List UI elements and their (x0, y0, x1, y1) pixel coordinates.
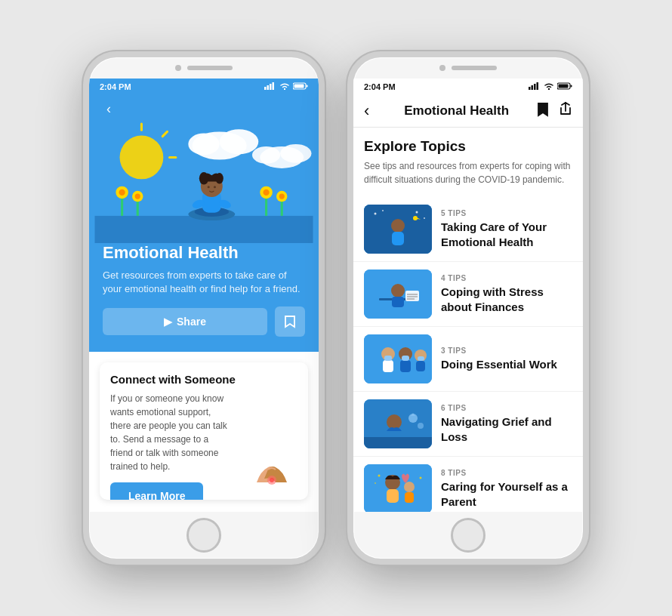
signal-left (264, 82, 276, 91)
phone-screen-right: 2:04 PM ‹ Emotional Heal (353, 79, 583, 512)
share-label: Share (177, 316, 206, 328)
svg-rect-69 (383, 360, 393, 372)
share-icon: ▶ (164, 316, 172, 328)
topic-info-emotional: 5 TIPS Taking Care of Your Emotional Hea… (441, 209, 572, 249)
svg-rect-82 (364, 464, 432, 512)
explore-subtitle: See tips and resources from experts for … (364, 159, 572, 186)
svg-point-56 (382, 210, 384, 211)
scene: 2:04 PM ‹ (0, 0, 672, 616)
camera-left (175, 65, 181, 71)
svg-point-39 (279, 193, 285, 199)
signal-right (529, 82, 541, 91)
svg-point-7 (120, 136, 164, 180)
svg-point-33 (214, 186, 216, 188)
topic-info-grief: 6 TIPS Navigating Grief and Loss (441, 404, 572, 444)
share-icon-right[interactable] (559, 102, 572, 121)
svg-point-55 (375, 213, 377, 215)
topic-tips-emotional: 5 TIPS (441, 209, 572, 217)
nav-icons (536, 102, 572, 121)
svg-point-16 (252, 146, 280, 164)
save-button[interactable] (275, 306, 305, 337)
topic-item-essential[interactable]: 3 TIPS Doing Essential Work (353, 327, 583, 392)
wifi-right (544, 82, 554, 91)
hero-illustration (89, 122, 319, 243)
phone-right: 2:04 PM ‹ Emotional Heal (347, 51, 589, 565)
svg-point-15 (280, 144, 311, 163)
svg-point-79 (387, 414, 402, 430)
hero-nav: ‹ (89, 95, 319, 122)
svg-point-88 (375, 482, 376, 484)
svg-point-81 (418, 423, 424, 429)
svg-point-89 (420, 477, 422, 479)
svg-rect-86 (405, 492, 414, 503)
topic-item-emotional[interactable]: 5 TIPS Taking Care of Your Emotional Hea… (353, 197, 583, 262)
svg-rect-53 (392, 232, 404, 245)
hero-actions: ▶ Share (103, 306, 305, 337)
hero-text: Emotional Health Get resources from expe… (89, 243, 319, 337)
status-icons-left (264, 82, 308, 91)
hero-section: ‹ (89, 95, 319, 352)
svg-rect-3 (273, 82, 275, 90)
svg-rect-5 (307, 85, 308, 88)
nav-bar-right: ‹ Emotional Health (353, 95, 583, 128)
svg-rect-84 (387, 489, 399, 503)
time-right: 2:04 PM (364, 82, 396, 91)
svg-rect-48 (571, 85, 572, 88)
speaker-right (452, 66, 497, 70)
topic-thumb-grief (364, 399, 432, 448)
topic-name-emotional: Taking Care of Your Emotional Health (441, 220, 572, 249)
topic-name-parent: Caring for Yourself as a Parent (441, 479, 572, 509)
connect-card: Connect with Someone If you or someone y… (100, 362, 308, 500)
svg-rect-49 (559, 85, 569, 88)
svg-rect-6 (294, 85, 304, 88)
home-button-left[interactable] (186, 518, 221, 553)
svg-point-23 (135, 193, 140, 199)
learn-more-button[interactable]: Learn More (110, 482, 203, 500)
topic-tips-finance: 4 TIPS (441, 274, 572, 282)
svg-point-52 (391, 219, 405, 233)
topic-name-grief: Navigating Grief and Loss (441, 414, 572, 444)
svg-rect-73 (402, 356, 409, 361)
explore-section-right: Explore Topics See tips and resources fr… (353, 128, 583, 197)
topic-thumb-finance (364, 270, 432, 319)
svg-point-87 (378, 475, 381, 477)
topic-thumb-emotional (364, 205, 432, 254)
phone-top-bar-right (353, 57, 583, 79)
svg-point-46 (548, 88, 550, 90)
battery-left (293, 82, 308, 91)
svg-point-54 (413, 216, 418, 220)
explore-topics-title-left: Explore Topics (89, 500, 319, 512)
svg-rect-2 (270, 84, 272, 90)
hero-description: Get resources from experts to take care … (103, 269, 305, 296)
svg-rect-43 (532, 85, 534, 90)
share-button[interactable]: ▶ Share (103, 308, 267, 335)
topic-thumb-parent (364, 464, 432, 512)
connect-title: Connect with Someone (110, 373, 297, 386)
svg-point-31 (215, 173, 223, 183)
svg-rect-0 (264, 87, 267, 90)
status-icons-right (529, 82, 572, 91)
topic-item-grief[interactable]: 6 TIPS Navigating Grief and Loss (353, 392, 583, 457)
phone-left: 2:04 PM ‹ (83, 51, 325, 565)
svg-point-41 (270, 478, 274, 482)
connect-illustration (242, 441, 302, 494)
svg-rect-78 (364, 437, 432, 448)
svg-point-13 (188, 133, 219, 155)
svg-rect-75 (416, 361, 425, 371)
svg-point-30 (199, 172, 208, 185)
home-button-right[interactable] (451, 518, 486, 553)
topic-item-finance[interactable]: 4 TIPS Coping with Stress about Finances (353, 262, 583, 327)
back-button-left[interactable]: ‹ (100, 100, 118, 118)
phone-screen-left: 2:04 PM ‹ (89, 79, 319, 512)
phone1-content: ‹ (89, 95, 319, 512)
bookmark-icon-right[interactable] (536, 102, 550, 121)
topic-thumb-essential (364, 334, 432, 383)
back-button-right[interactable]: ‹ (364, 101, 369, 121)
topic-item-parent[interactable]: 8 TIPS Caring for Yourself as a Parent (353, 457, 583, 512)
phone-top-bar-left (89, 57, 319, 79)
svg-rect-70 (384, 356, 392, 361)
svg-rect-42 (529, 87, 531, 90)
svg-point-85 (404, 482, 415, 492)
svg-point-58 (424, 217, 425, 219)
time-left: 2:04 PM (100, 82, 131, 91)
